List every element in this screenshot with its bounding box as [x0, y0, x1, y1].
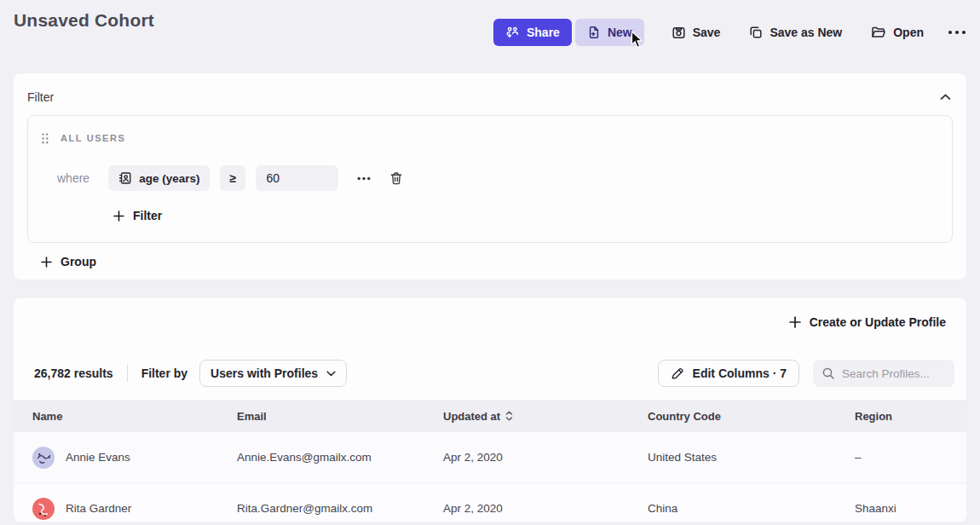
page-title: Unsaved Cohort [14, 10, 154, 31]
add-filter-label: Filter [133, 209, 162, 222]
filter-value: 60 [266, 171, 280, 185]
search-icon [821, 366, 835, 380]
header-more-options-icon[interactable] [948, 19, 966, 46]
create-or-update-profile-label: Create or Update Profile [810, 315, 946, 329]
contact-book-icon [118, 171, 132, 185]
profile-name: Annie Evans [66, 451, 130, 464]
profile-email: Rita.Gardner@gmailx.com [237, 502, 443, 515]
save-as-new-button[interactable]: Save as New [747, 19, 844, 46]
column-header-email[interactable]: Email [237, 410, 443, 423]
toolbar-divider [127, 365, 128, 382]
avatar [32, 498, 55, 520]
sort-up-down-icon[interactable] [505, 411, 513, 421]
operator-chip[interactable]: ≥ [220, 165, 245, 191]
table-row[interactable]: Rita Gardner Rita.Gardner@gmailx.com Apr… [14, 483, 966, 522]
search-profiles-input[interactable] [842, 367, 943, 380]
open-button[interactable]: Open [869, 19, 925, 46]
chevron-down-icon [326, 371, 336, 377]
copy-icon [749, 26, 763, 39]
share-button-label: Share [527, 26, 560, 39]
table-row[interactable]: Annie Evans Annie.Evans@gmailx.com Apr 2… [14, 432, 966, 483]
profile-region: Shaanxi [855, 502, 966, 515]
pencil-icon [671, 366, 684, 380]
save-icon [672, 26, 686, 40]
property-chip[interactable]: age (years) [108, 165, 210, 191]
results-panel: Create or Update Profile 26,782 results … [14, 298, 966, 522]
where-label: where [57, 171, 89, 185]
property-chip-label: age (years) [139, 172, 199, 185]
open-button-label: Open [893, 26, 924, 39]
header-actions: Share New Save [493, 19, 966, 46]
save-as-new-button-label: Save as New [770, 26, 842, 39]
trash-icon[interactable] [389, 171, 403, 186]
share-people-icon [505, 26, 520, 39]
profile-region: – [855, 451, 966, 464]
column-header-updated-at[interactable]: Updated at [443, 410, 648, 423]
new-button-label: New [608, 26, 632, 39]
page-header: Unsaved Cohort Share [0, 0, 980, 72]
plus-icon [41, 257, 52, 268]
folder-open-icon [871, 26, 886, 39]
new-button[interactable]: New [575, 19, 644, 46]
profile-name: Rita Gardner [66, 502, 131, 515]
profiles-search-box[interactable] [813, 360, 954, 387]
edit-columns-button[interactable]: Edit Columns · 7 [658, 360, 799, 387]
plus-icon [789, 316, 801, 328]
profile-updated-at: Apr 2, 2020 [443, 451, 648, 464]
column-header-region[interactable]: Region [855, 410, 966, 423]
filter-group-card: ALL USERS where age (years) ≥ [27, 115, 953, 243]
save-button[interactable]: Save [670, 19, 723, 46]
drag-handle-icon[interactable] [42, 133, 49, 144]
profiles-table: Name Email Updated at Country Code Regio… [14, 400, 966, 522]
add-group-label: Group [61, 255, 96, 268]
add-filter-button[interactable]: Filter [113, 209, 162, 222]
profile-country-code: United States [648, 451, 855, 464]
profiles-filter-dropdown-value: Users with Profiles [210, 366, 318, 380]
share-button[interactable]: Share [493, 19, 572, 46]
create-or-update-profile-button[interactable]: Create or Update Profile [789, 315, 946, 329]
profiles-filter-dropdown[interactable]: Users with Profiles [199, 360, 347, 387]
profile-country-code: China [648, 502, 855, 515]
profile-email: Annie.Evans@gmailx.com [237, 451, 443, 464]
cohort-group-label: ALL USERS [61, 133, 126, 143]
new-file-icon [587, 26, 601, 39]
filter-panel: Filter ALL USERS where [14, 73, 966, 280]
results-count: 26,782 results [34, 366, 113, 380]
filter-panel-title: Filter [27, 90, 54, 104]
edit-columns-label: Edit Columns · 7 [693, 366, 787, 380]
save-button-label: Save [693, 26, 721, 39]
table-header-row: Name Email Updated at Country Code Regio… [14, 400, 966, 432]
avatar [32, 447, 55, 469]
operator-chip-label: ≥ [230, 171, 237, 185]
filter-by-label: Filter by [141, 366, 187, 380]
filter-row-more-icon[interactable] [357, 176, 371, 181]
column-header-name[interactable]: Name [32, 410, 237, 423]
plus-icon [113, 211, 124, 222]
column-header-country-code[interactable]: Country Code [648, 410, 855, 423]
add-group-button[interactable]: Group [41, 255, 96, 268]
filter-value-field[interactable]: 60 [256, 165, 338, 191]
profile-updated-at: Apr 2, 2020 [443, 502, 648, 515]
collapse-chevron-up-icon[interactable] [938, 92, 953, 102]
